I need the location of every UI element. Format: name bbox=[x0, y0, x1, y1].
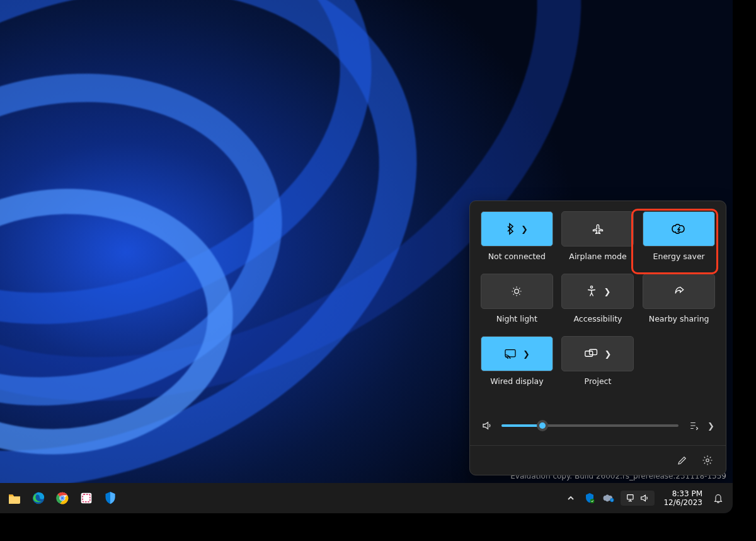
taskbar-app-file-explorer[interactable] bbox=[4, 487, 25, 509]
tile-label: Night light bbox=[496, 314, 537, 323]
edit-icon[interactable] bbox=[677, 455, 688, 466]
svg-point-0 bbox=[515, 289, 519, 294]
tile-nearby-sharing[interactable] bbox=[643, 274, 715, 309]
cast-icon bbox=[504, 349, 517, 359]
network-icon bbox=[626, 493, 636, 503]
tile-project[interactable]: ❯ bbox=[561, 336, 634, 371]
notifications-bell-icon[interactable] bbox=[711, 492, 725, 504]
project-icon bbox=[585, 349, 598, 359]
tile-label: Not connected bbox=[488, 252, 546, 261]
svg-text:i: i bbox=[612, 499, 612, 502]
tile-label: Energy saver bbox=[653, 252, 705, 261]
audio-output-icon[interactable] bbox=[687, 420, 699, 431]
tile-label: Nearby sharing bbox=[649, 314, 709, 323]
tile-label: Accessibility bbox=[574, 314, 622, 323]
tile-night-light[interactable] bbox=[481, 274, 553, 309]
chevron-right-icon: ❯ bbox=[605, 349, 612, 359]
svg-rect-4 bbox=[589, 349, 597, 354]
speaker-icon[interactable] bbox=[481, 420, 493, 431]
volume-icon bbox=[639, 493, 650, 503]
chevron-right-icon: ❯ bbox=[521, 224, 528, 234]
tray-onedrive-icon[interactable]: i bbox=[602, 494, 616, 503]
taskbar-app-snip[interactable] bbox=[76, 487, 97, 509]
settings-gear-icon[interactable] bbox=[702, 455, 713, 466]
tile-label: Project bbox=[585, 376, 612, 386]
system-tray-cluster[interactable] bbox=[621, 491, 655, 506]
tile-bluetooth[interactable]: ❯ bbox=[481, 211, 553, 247]
volume-row: ❯ bbox=[480, 414, 716, 445]
taskbar-app-chrome[interactable] bbox=[52, 487, 73, 509]
tile-wired-display[interactable]: ❯ bbox=[481, 336, 553, 371]
share-icon bbox=[673, 285, 685, 298]
svg-point-5 bbox=[706, 459, 709, 462]
tile-airplane-mode[interactable] bbox=[561, 211, 634, 247]
tray-security-icon[interactable] bbox=[583, 492, 597, 504]
volume-slider[interactable] bbox=[501, 424, 679, 427]
quick-settings-grid: ❯ Not connected Airplane mode bbox=[480, 211, 716, 393]
svg-point-10 bbox=[61, 497, 64, 500]
svg-rect-2 bbox=[505, 350, 515, 357]
svg-point-13 bbox=[590, 499, 595, 503]
svg-rect-3 bbox=[585, 351, 592, 356]
chevron-right-icon: ❯ bbox=[604, 287, 611, 296]
desktop[interactable]: Evaluation copy. Build 26002.rs_prerelea… bbox=[0, 0, 733, 513]
chevron-right-icon: ❯ bbox=[523, 349, 530, 359]
taskbar-clock[interactable]: 8:33 PM 12/6/2023 bbox=[660, 489, 706, 508]
chevron-right-icon[interactable]: ❯ bbox=[707, 421, 714, 431]
bluetooth-icon bbox=[506, 223, 515, 235]
quick-settings-panel: ❯ Not connected Airplane mode bbox=[469, 201, 726, 475]
tray-overflow-chevron-icon[interactable] bbox=[564, 494, 578, 502]
svg-rect-16 bbox=[627, 495, 633, 499]
taskbar: i 8:33 PM 12/6/2023 bbox=[0, 483, 733, 513]
clock-time: 8:33 PM bbox=[663, 489, 702, 498]
taskbar-app-edge[interactable] bbox=[28, 487, 49, 509]
clock-date: 12/6/2023 bbox=[663, 498, 702, 507]
tile-label: Airplane mode bbox=[569, 252, 626, 261]
taskbar-app-security[interactable] bbox=[100, 487, 121, 509]
accessibility-icon bbox=[585, 285, 598, 298]
airplane-icon bbox=[592, 223, 604, 235]
tile-accessibility[interactable]: ❯ bbox=[561, 274, 634, 309]
tile-energy-saver[interactable] bbox=[643, 211, 715, 247]
tile-label: Wired display bbox=[490, 376, 543, 386]
night-light-icon bbox=[510, 285, 523, 298]
energy-saver-icon bbox=[671, 224, 687, 234]
svg-point-1 bbox=[590, 286, 592, 288]
quick-settings-footer bbox=[470, 445, 726, 475]
